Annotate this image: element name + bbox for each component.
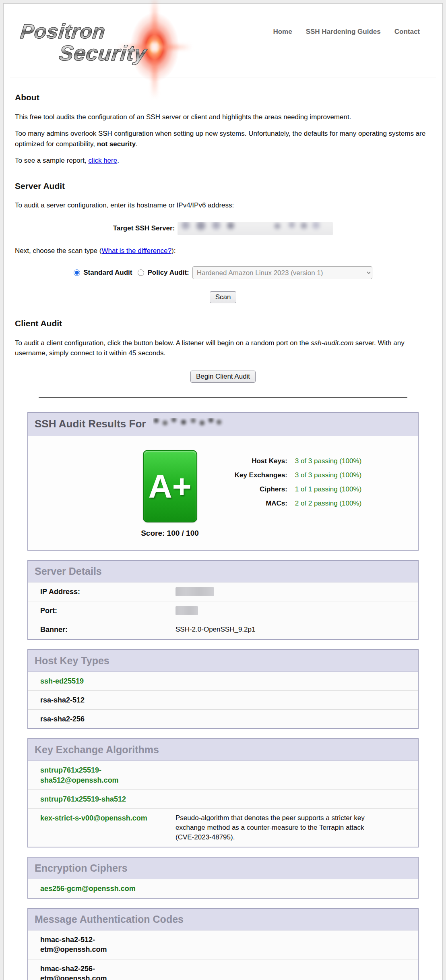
table-row: Port:: [28, 601, 418, 620]
grade-badge: A+: [143, 450, 197, 522]
stat-label: Key Exchanges:: [218, 471, 287, 479]
target-server-row: Target SSH Server:: [15, 222, 431, 235]
scan-button-row: Scan: [15, 291, 431, 303]
host-key-types-panel: Host Key Types ssh-ed25519 rsa-sha2-512 …: [27, 649, 419, 729]
table-row: Banner: SSH-2.0-OpenSSH_9.2p1: [28, 620, 418, 639]
sample-report-link[interactable]: click here: [88, 157, 117, 164]
results-title-text: SSH Audit Results For: [35, 418, 146, 430]
macs-panel: Message Authentication Codes hmac-sha2-5…: [27, 908, 419, 980]
ssh-audit-results-panel: SSH Audit Results For A+ Score: 100 / 10…: [27, 412, 419, 551]
stat-row-macs: MACs: 2 of 2 passing (100%): [218, 499, 361, 508]
logo-text-line2: Security: [58, 42, 148, 64]
nav-link-contact[interactable]: Contact: [394, 28, 420, 75]
scan-type-options: Standard Audit Policy Audit: Hardened Am…: [15, 266, 431, 279]
host-key-types-header: Host Key Types: [28, 650, 418, 672]
results-stats: Host Keys: 3 of 3 passing (100%) Key Exc…: [218, 450, 361, 514]
redacted-hostname: [153, 418, 228, 431]
detail-value: [176, 606, 198, 615]
table-row: hmac-sha2-256-etm@openssh.com: [28, 959, 418, 980]
table-row: rsa-sha2-512: [28, 691, 418, 710]
client-audit-text: To audit a client configuration, click t…: [15, 339, 311, 347]
stat-value: 3 of 3 passing (100%): [295, 457, 361, 465]
policy-audit-label: Policy Audit:: [147, 267, 189, 278]
stat-value: 2 of 2 passing (100%): [295, 499, 361, 507]
server-details-panel: Server Details IP Address: Port: Banner:…: [27, 560, 419, 640]
header-divider: [10, 77, 436, 77]
scan-button[interactable]: Scan: [210, 291, 237, 303]
table-row: hmac-sha2-512-etm@openssh.com: [28, 930, 418, 959]
algorithm-note: Pseudo-algorithm that denotes the peer s…: [176, 813, 381, 842]
client-audit-heading: Client Audit: [15, 317, 431, 330]
scan-type-difference-link[interactable]: What is the difference?: [101, 247, 171, 255]
nav-link-ssh-hardening-guides[interactable]: SSH Hardening Guides: [306, 28, 381, 75]
standard-audit-radio[interactable]: [74, 269, 80, 276]
encryption-ciphers-panel: Encryption Ciphers aes256-gcm@openssh.co…: [27, 857, 419, 899]
table-row: aes256-gcm@openssh.com: [28, 879, 418, 898]
policy-select[interactable]: Hardened Amazon Linux 2023 (version 1): [192, 266, 372, 279]
positron-security-logo: Positron Security: [20, 11, 209, 75]
stat-row-ciphers: Ciphers: 1 of 1 passing (100%): [218, 485, 361, 493]
standard-audit-label: Standard Audit: [83, 267, 132, 278]
detail-label: Banner:: [40, 625, 161, 634]
key-exchange-algorithms-panel: Key Exchange Algorithms sntrup761x25519-…: [27, 738, 419, 847]
algorithm-name: sntrup761x25519-sha512: [40, 794, 161, 804]
stat-row-key-exchanges: Key Exchanges: 3 of 3 passing (100%): [218, 471, 361, 479]
scan-type-text: Next, choose the scan type (: [15, 247, 101, 255]
detail-label: IP Address:: [40, 587, 161, 597]
algorithm-name: hmac-sha2-256-etm@openssh.com: [40, 964, 161, 980]
about-p2-text: Too many admins overlook SSH configurati…: [15, 130, 425, 148]
detail-label: Port:: [40, 606, 161, 615]
score-label: Score: 100 / 100: [138, 529, 202, 538]
algorithm-name: ssh-ed25519: [40, 676, 161, 686]
sample-report-period: .: [117, 157, 119, 164]
redacted-ip-address: [176, 587, 214, 596]
grade-block: A+ Score: 100 / 100: [138, 450, 202, 538]
target-ssh-server-label: Target SSH Server:: [113, 223, 175, 234]
stat-label: Ciphers:: [218, 485, 287, 493]
table-row: sntrup761x25519-sha512@openssh.com: [28, 761, 418, 790]
stat-row-host-keys: Host Keys: 3 of 3 passing (100%): [218, 457, 361, 465]
key-exchange-header: Key Exchange Algorithms: [28, 739, 418, 761]
table-row: IP Address:: [28, 582, 418, 601]
main-nav: Home SSH Hardening Guides Contact: [273, 28, 420, 75]
algorithm-name: kex-strict-s-v00@openssh.com: [40, 813, 161, 823]
server-audit-heading: Server Audit: [15, 180, 431, 193]
encryption-ciphers-header: Encryption Ciphers: [28, 858, 418, 879]
server-details-header: Server Details: [28, 561, 418, 582]
table-row: ssh-ed25519: [28, 672, 418, 691]
main-content-card: Positron Security Home SSH Hardening Gui…: [3, 3, 443, 980]
stat-value: 3 of 3 passing (100%): [295, 471, 361, 479]
stat-label: Host Keys:: [218, 457, 287, 465]
algorithm-name: sntrup761x25519-sha512@openssh.com: [40, 765, 161, 785]
macs-header: Message Authentication Codes: [28, 909, 418, 930]
about-paragraph-3: To see a sample report, click here.: [15, 155, 431, 166]
server-audit-intro: To audit a server configuration, enter i…: [15, 200, 431, 211]
algorithm-name: aes256-gcm@openssh.com: [40, 884, 161, 893]
grade-letter: A+: [148, 467, 191, 505]
begin-client-audit-button[interactable]: Begin Client Audit: [190, 371, 256, 383]
scan-type-suffix: ):: [171, 247, 176, 255]
algorithm-name: hmac-sha2-512-etm@openssh.com: [40, 935, 161, 955]
client-audit-domain: ssh-audit.com: [311, 339, 353, 347]
about-paragraph-1: This free tool audits the configuration …: [15, 112, 431, 122]
redacted-port: [176, 606, 198, 615]
table-row: kex-strict-s-v00@openssh.com Pseudo-algo…: [28, 809, 418, 846]
policy-audit-radio[interactable]: [138, 269, 144, 276]
about-paragraph-2: Too many admins overlook SSH configurati…: [15, 128, 431, 149]
page-content: About This free tool audits the configur…: [4, 91, 442, 383]
client-audit-button-row: Begin Client Audit: [15, 371, 431, 383]
table-row: sntrup761x25519-sha512: [28, 790, 418, 809]
about-p2-bold: not security: [97, 140, 136, 148]
stat-value: 1 of 1 passing (100%): [295, 485, 361, 493]
sample-report-text: To see a sample report,: [15, 157, 88, 164]
target-ssh-server-input[interactable]: [178, 222, 333, 235]
site-header: Positron Security Home SSH Hardening Gui…: [4, 4, 442, 77]
results-panel-header: SSH Audit Results For: [28, 413, 418, 436]
detail-value: [176, 587, 214, 597]
results-divider: [39, 397, 407, 398]
about-heading: About: [15, 91, 431, 104]
scan-type-line: Next, choose the scan type (What is the …: [15, 246, 431, 256]
nav-link-home[interactable]: Home: [273, 28, 292, 75]
algorithm-name: rsa-sha2-256: [40, 714, 161, 724]
results-body: A+ Score: 100 / 100 Host Keys: 3 of 3 pa…: [28, 436, 418, 550]
